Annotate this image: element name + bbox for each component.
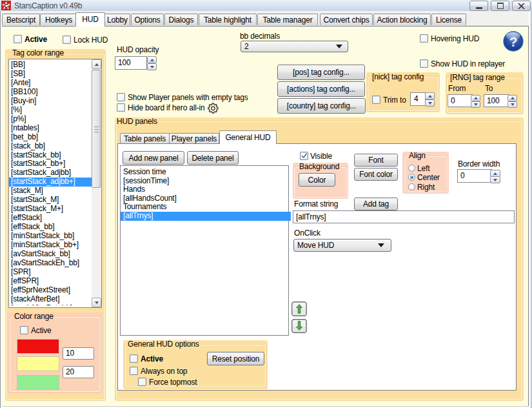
svg-text:?: ? [509,34,518,49]
svg-text:C: C [5,3,8,9]
